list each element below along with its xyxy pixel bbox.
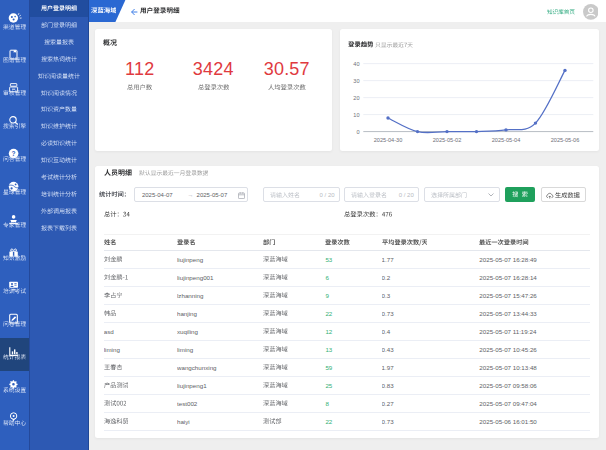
svg-text:10: 10 [353, 112, 359, 118]
svg-text:40: 40 [353, 61, 359, 67]
svg-text:30: 30 [353, 78, 359, 84]
svg-text:2025-05-02: 2025-05-02 [432, 137, 461, 143]
svg-text:2025-05-06: 2025-05-06 [550, 137, 579, 143]
svg-text:2025-05-04: 2025-05-04 [491, 137, 520, 143]
svg-text:2025-04-30: 2025-04-30 [373, 137, 402, 143]
svg-text:0: 0 [356, 129, 359, 135]
svg-text:20: 20 [353, 95, 359, 101]
